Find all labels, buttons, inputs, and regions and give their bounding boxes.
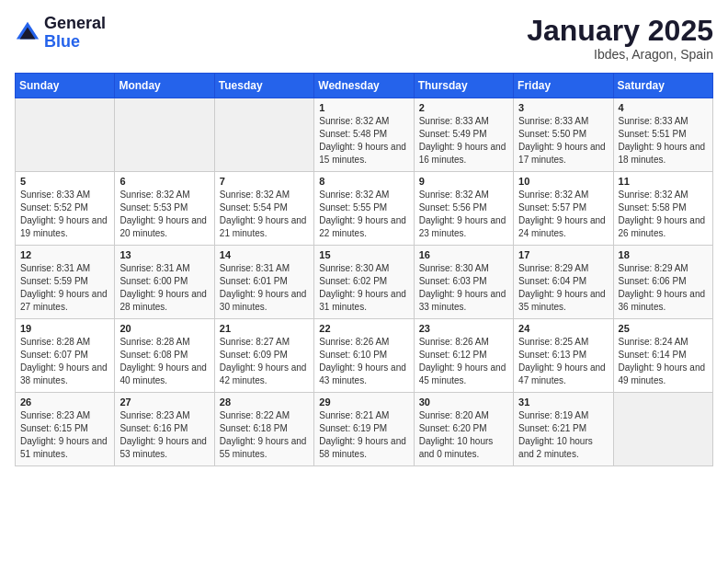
day-number: 16 (419, 249, 508, 260)
day-cell (115, 98, 214, 172)
day-cell: 26Sunrise: 8:23 AM Sunset: 6:15 PM Dayli… (16, 393, 115, 466)
day-number: 8 (319, 176, 408, 187)
day-number: 9 (419, 176, 508, 187)
day-cell (16, 98, 115, 172)
day-cell: 7Sunrise: 8:32 AM Sunset: 5:54 PM Daylig… (214, 172, 313, 246)
weekday-header-monday: Monday (115, 74, 214, 98)
day-number: 17 (518, 249, 608, 260)
day-cell: 29Sunrise: 8:21 AM Sunset: 6:19 PM Dayli… (314, 393, 414, 466)
day-info: Sunrise: 8:23 AM Sunset: 6:15 PM Dayligh… (20, 409, 109, 461)
day-info: Sunrise: 8:31 AM Sunset: 5:59 PM Dayligh… (20, 262, 109, 314)
day-number: 6 (119, 176, 209, 187)
day-cell: 30Sunrise: 8:20 AM Sunset: 6:20 PM Dayli… (414, 393, 513, 466)
day-info: Sunrise: 8:31 AM Sunset: 6:00 PM Dayligh… (119, 262, 209, 314)
day-info: Sunrise: 8:30 AM Sunset: 6:02 PM Dayligh… (319, 262, 408, 314)
day-info: Sunrise: 8:32 AM Sunset: 5:53 PM Dayligh… (119, 189, 209, 240)
day-cell: 9Sunrise: 8:32 AM Sunset: 5:56 PM Daylig… (414, 172, 513, 246)
weekday-header-wednesday: Wednesday (314, 74, 414, 98)
day-cell: 25Sunrise: 8:24 AM Sunset: 6:14 PM Dayli… (613, 319, 712, 393)
day-number: 23 (419, 323, 508, 334)
day-info: Sunrise: 8:32 AM Sunset: 5:55 PM Dayligh… (319, 189, 408, 240)
day-info: Sunrise: 8:28 AM Sunset: 6:08 PM Dayligh… (119, 336, 209, 387)
day-number: 11 (619, 176, 708, 187)
day-number: 27 (119, 396, 209, 408)
calendar-header: SundayMondayTuesdayWednesdayThursdayFrid… (16, 74, 713, 98)
day-cell: 4Sunrise: 8:33 AM Sunset: 5:51 PM Daylig… (613, 98, 712, 172)
logo-blue-text: Blue (44, 33, 106, 52)
day-info: Sunrise: 8:33 AM Sunset: 5:49 PM Dayligh… (419, 115, 508, 167)
day-info: Sunrise: 8:33 AM Sunset: 5:52 PM Dayligh… (20, 189, 109, 240)
weekday-header-saturday: Saturday (613, 74, 712, 98)
day-cell: 15Sunrise: 8:30 AM Sunset: 6:02 PM Dayli… (314, 246, 414, 319)
day-number: 7 (220, 176, 309, 187)
week-row-3: 12Sunrise: 8:31 AM Sunset: 5:59 PM Dayli… (16, 246, 713, 319)
weekday-header-tuesday: Tuesday (214, 74, 313, 98)
day-cell: 10Sunrise: 8:32 AM Sunset: 5:57 PM Dayli… (514, 172, 613, 246)
day-cell: 3Sunrise: 8:33 AM Sunset: 5:50 PM Daylig… (514, 98, 613, 172)
week-row-2: 5Sunrise: 8:33 AM Sunset: 5:52 PM Daylig… (16, 172, 713, 246)
day-cell: 14Sunrise: 8:31 AM Sunset: 6:01 PM Dayli… (214, 246, 313, 319)
day-info: Sunrise: 8:32 AM Sunset: 5:57 PM Dayligh… (518, 189, 608, 240)
week-row-1: 1Sunrise: 8:32 AM Sunset: 5:48 PM Daylig… (16, 98, 713, 172)
day-number: 10 (518, 176, 608, 187)
day-number: 24 (518, 323, 608, 334)
day-cell: 13Sunrise: 8:31 AM Sunset: 6:00 PM Dayli… (115, 246, 214, 319)
day-number: 5 (20, 176, 109, 187)
day-cell: 18Sunrise: 8:29 AM Sunset: 6:06 PM Dayli… (613, 246, 712, 319)
weekday-header-friday: Friday (514, 74, 613, 98)
day-number: 3 (518, 102, 608, 113)
day-number: 1 (319, 102, 408, 113)
day-cell: 5Sunrise: 8:33 AM Sunset: 5:52 PM Daylig… (16, 172, 115, 246)
day-cell: 8Sunrise: 8:32 AM Sunset: 5:55 PM Daylig… (314, 172, 414, 246)
day-info: Sunrise: 8:22 AM Sunset: 6:18 PM Dayligh… (220, 409, 309, 461)
day-cell: 2Sunrise: 8:33 AM Sunset: 5:49 PM Daylig… (414, 98, 513, 172)
weekday-header-thursday: Thursday (414, 74, 513, 98)
day-info: Sunrise: 8:31 AM Sunset: 6:01 PM Dayligh… (220, 262, 309, 314)
calendar-table: SundayMondayTuesdayWednesdayThursdayFrid… (15, 73, 713, 466)
day-info: Sunrise: 8:29 AM Sunset: 6:06 PM Dayligh… (619, 262, 708, 314)
month-title: January 2025 (527, 15, 713, 47)
day-info: Sunrise: 8:33 AM Sunset: 5:51 PM Dayligh… (619, 115, 708, 167)
day-number: 21 (220, 323, 309, 334)
day-info: Sunrise: 8:32 AM Sunset: 5:54 PM Dayligh… (220, 189, 309, 240)
logo-text: General Blue (44, 15, 106, 52)
day-cell: 1Sunrise: 8:32 AM Sunset: 5:48 PM Daylig… (314, 98, 414, 172)
day-number: 12 (20, 249, 109, 260)
day-number: 4 (619, 102, 708, 113)
day-number: 14 (220, 249, 309, 260)
day-info: Sunrise: 8:24 AM Sunset: 6:14 PM Dayligh… (619, 336, 708, 387)
day-info: Sunrise: 8:20 AM Sunset: 6:20 PM Dayligh… (419, 409, 508, 461)
logo-icon (15, 20, 40, 46)
day-cell: 19Sunrise: 8:28 AM Sunset: 6:07 PM Dayli… (16, 319, 115, 393)
day-number: 29 (319, 396, 408, 408)
day-info: Sunrise: 8:32 AM Sunset: 5:58 PM Dayligh… (619, 189, 708, 240)
day-info: Sunrise: 8:28 AM Sunset: 6:07 PM Dayligh… (20, 336, 109, 387)
day-cell: 21Sunrise: 8:27 AM Sunset: 6:09 PM Dayli… (214, 319, 313, 393)
week-row-4: 19Sunrise: 8:28 AM Sunset: 6:07 PM Dayli… (16, 319, 713, 393)
location: Ibdes, Aragon, Spain (527, 47, 713, 62)
day-number: 28 (220, 396, 309, 408)
day-cell (613, 393, 712, 466)
week-row-5: 26Sunrise: 8:23 AM Sunset: 6:15 PM Dayli… (16, 393, 713, 466)
day-cell: 24Sunrise: 8:25 AM Sunset: 6:13 PM Dayli… (514, 319, 613, 393)
day-info: Sunrise: 8:26 AM Sunset: 6:12 PM Dayligh… (419, 336, 508, 387)
day-cell (214, 98, 313, 172)
day-cell: 20Sunrise: 8:28 AM Sunset: 6:08 PM Dayli… (115, 319, 214, 393)
calendar-body: 1Sunrise: 8:32 AM Sunset: 5:48 PM Daylig… (16, 98, 713, 466)
day-number: 26 (20, 396, 109, 408)
day-cell: 17Sunrise: 8:29 AM Sunset: 6:04 PM Dayli… (514, 246, 613, 319)
day-info: Sunrise: 8:32 AM Sunset: 5:48 PM Dayligh… (319, 115, 408, 167)
day-number: 22 (319, 323, 408, 334)
page-header: General Blue January 2025 Ibdes, Aragon,… (15, 15, 713, 62)
day-cell: 11Sunrise: 8:32 AM Sunset: 5:58 PM Dayli… (613, 172, 712, 246)
day-info: Sunrise: 8:26 AM Sunset: 6:10 PM Dayligh… (319, 336, 408, 387)
weekday-header-row: SundayMondayTuesdayWednesdayThursdayFrid… (16, 74, 713, 98)
day-info: Sunrise: 8:19 AM Sunset: 6:21 PM Dayligh… (518, 409, 608, 461)
weekday-header-sunday: Sunday (16, 74, 115, 98)
day-number: 13 (119, 249, 209, 260)
day-number: 20 (119, 323, 209, 334)
logo-general-text: General (44, 15, 106, 33)
day-number: 25 (619, 323, 708, 334)
day-cell: 27Sunrise: 8:23 AM Sunset: 6:16 PM Dayli… (115, 393, 214, 466)
day-info: Sunrise: 8:32 AM Sunset: 5:56 PM Dayligh… (419, 189, 508, 240)
